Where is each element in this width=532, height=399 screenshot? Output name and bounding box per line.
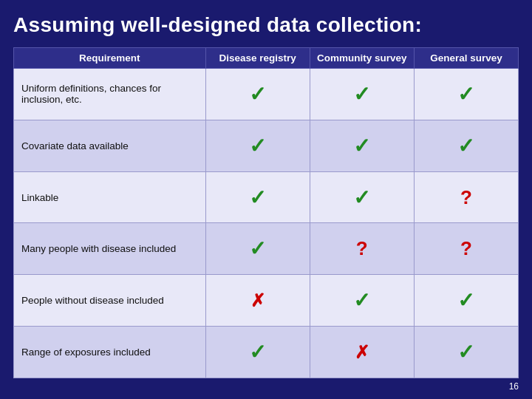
general_survey-cell: ✓ bbox=[414, 120, 518, 171]
table-row: Covariate data available✓✓✓ bbox=[14, 120, 519, 171]
page-number: 16 bbox=[13, 381, 519, 392]
general-survey-header: General survey bbox=[414, 48, 518, 69]
table-row: Range of exposures included✓✗✓ bbox=[14, 327, 519, 378]
comparison-table: Requirement Disease registry Community s… bbox=[13, 47, 519, 378]
general_survey-cell: ? bbox=[414, 223, 518, 275]
requirement-cell: Many people with disease included bbox=[14, 223, 206, 275]
disease_registry-cell: ✗ bbox=[205, 275, 310, 327]
disease-registry-header: Disease registry bbox=[205, 48, 310, 69]
table-row: Uniform definitions, chances for inclusi… bbox=[14, 69, 519, 120]
disease_registry-cell: ✓ bbox=[205, 69, 310, 120]
community_survey-cell: ✗ bbox=[310, 327, 414, 378]
community-survey-header: Community survey bbox=[310, 48, 414, 69]
general_survey-cell: ? bbox=[414, 171, 518, 223]
main-page: Assuming well-designed data collection: … bbox=[0, 0, 532, 399]
general_survey-cell: ✓ bbox=[414, 327, 518, 378]
table-row: People without disease included✗✓✓ bbox=[14, 275, 519, 327]
requirement-cell: Range of exposures included bbox=[14, 327, 206, 378]
page-title: Assuming well-designed data collection: bbox=[13, 13, 519, 37]
disease_registry-cell: ✓ bbox=[205, 327, 310, 378]
community_survey-cell: ✓ bbox=[310, 120, 414, 171]
general_survey-cell: ✓ bbox=[414, 69, 518, 120]
community_survey-cell: ✓ bbox=[310, 275, 414, 327]
disease_registry-cell: ✓ bbox=[205, 171, 310, 223]
general_survey-cell: ✓ bbox=[414, 275, 518, 327]
requirement-header: Requirement bbox=[14, 48, 206, 69]
table-row: Linkable✓✓? bbox=[14, 171, 519, 223]
disease_registry-cell: ✓ bbox=[205, 223, 310, 275]
table-wrapper: Requirement Disease registry Community s… bbox=[13, 47, 519, 378]
table-row: Many people with disease included✓?? bbox=[14, 223, 519, 275]
requirement-cell: People without disease included bbox=[14, 275, 206, 327]
community_survey-cell: ✓ bbox=[310, 171, 414, 223]
disease_registry-cell: ✓ bbox=[205, 120, 310, 171]
requirement-cell: Uniform definitions, chances for inclusi… bbox=[14, 69, 206, 120]
requirement-cell: Linkable bbox=[14, 171, 206, 223]
requirement-cell: Covariate data available bbox=[14, 120, 206, 171]
community_survey-cell: ✓ bbox=[310, 69, 414, 120]
community_survey-cell: ? bbox=[310, 223, 414, 275]
